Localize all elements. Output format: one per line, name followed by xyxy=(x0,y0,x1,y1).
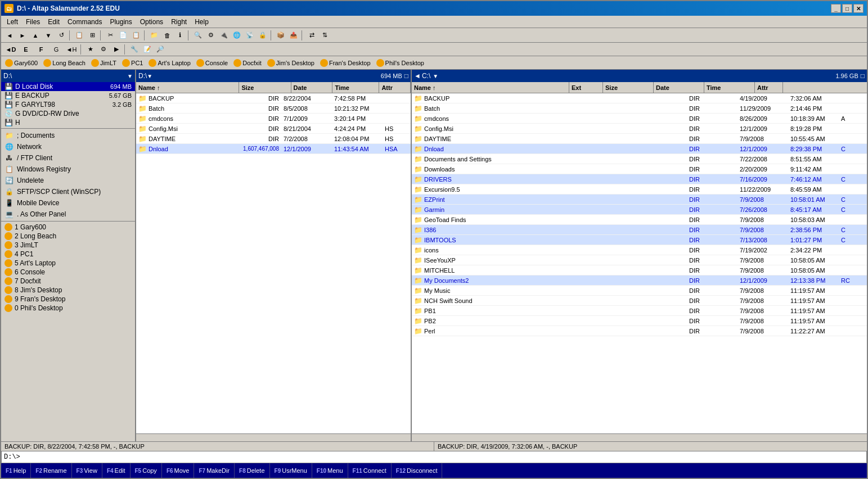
bookmark-9[interactable]: 9 Fran's Desktop xyxy=(1,295,135,304)
tb-cut[interactable]: ✂ xyxy=(104,30,116,41)
hotbar-jimlt[interactable]: JimLT xyxy=(89,58,118,67)
left-col-attr[interactable]: Attr xyxy=(379,82,411,93)
table-row[interactable]: 📁BACKUP DIR 8/22/2004 7:42:58 PM xyxy=(136,93,411,103)
table-row[interactable]: 📁PB2 DIR 7/9/2008 11:19:57 AM xyxy=(412,316,867,326)
hotbar-fransdesktop[interactable]: Fran's Desktop xyxy=(318,58,372,67)
bookmark-1[interactable]: 1 Gary600 xyxy=(1,223,135,232)
table-row[interactable]: 📁Config.Msi DIR 12/1/2009 8:19:28 PM xyxy=(412,124,867,134)
hotbar-console[interactable]: Console xyxy=(195,58,230,67)
table-row[interactable]: 📁DAYTIME DIR 7/9/2008 10:55:45 AM xyxy=(412,134,867,144)
table-row[interactable]: 📁Config.Msi DIR 8/21/2004 4:24:24 PM HS xyxy=(136,124,411,134)
table-row[interactable]: 📁GeoToad Finds DIR 7/9/2008 10:58:03 AM xyxy=(412,215,867,225)
special-otherpanel[interactable]: 💻 . As Other Panel xyxy=(1,209,135,220)
table-row[interactable]: 📁My Music DIR 7/9/2008 11:19:57 AM xyxy=(412,286,867,296)
right-col-size[interactable]: Size xyxy=(603,82,654,93)
special-undelete[interactable]: 🔄 Undelete xyxy=(1,175,135,186)
hotbar-philsdesktop[interactable]: Phil's Desktop xyxy=(375,58,426,67)
tb-copy[interactable]: 📄 xyxy=(117,30,129,41)
drive-h[interactable]: 💾 H xyxy=(1,118,135,127)
menu-files[interactable]: Files xyxy=(23,17,43,27)
special-documents[interactable]: 📁 ; Documents xyxy=(1,130,135,141)
table-row[interactable]: 📁IBMTOOLS DIR 7/13/2008 1:01:27 PM C xyxy=(412,235,867,245)
tb-ftp[interactable]: 📡 xyxy=(244,30,256,41)
table-row[interactable]: 📁Perl DIR 7/9/2008 11:22:27 AM xyxy=(412,326,867,336)
right-col-name[interactable]: Name ↑ xyxy=(412,82,569,93)
tb-delete[interactable]: 🗑 xyxy=(161,30,173,41)
tb-new[interactable]: 📁 xyxy=(148,30,160,41)
f3-view[interactable]: F3 View xyxy=(72,463,102,478)
menu-plugins[interactable]: Plugins xyxy=(106,17,135,27)
tb2-g[interactable]: G xyxy=(49,44,64,55)
right-col-time[interactable]: Time xyxy=(704,82,755,93)
tb-up[interactable]: ▲ xyxy=(29,30,42,41)
bookmark-6[interactable]: 6 Console xyxy=(1,268,135,277)
table-row[interactable]: 📁Downloads DIR 2/20/2009 9:11:42 AM xyxy=(412,164,867,174)
tb2-h[interactable]: ◄H xyxy=(64,44,79,55)
tb-ssh[interactable]: 🔒 xyxy=(257,30,269,41)
cmd-input[interactable] xyxy=(20,453,864,461)
right-col-date[interactable]: Date xyxy=(654,82,704,93)
tb2-extra1[interactable]: 🔧 xyxy=(128,44,141,55)
table-row[interactable]: 📁cmdcons DIR 8/26/2009 10:18:39 AM A xyxy=(412,114,867,124)
table-row[interactable]: 📁Batch DIR 8/5/2008 10:21:32 PM xyxy=(136,103,411,114)
table-row[interactable]: 📁ISeeYouXP DIR 7/9/2008 10:58:05 AM xyxy=(412,255,867,265)
tb-network[interactable]: 🌐 xyxy=(231,30,243,41)
bookmark-2[interactable]: 2 Long Beach xyxy=(1,232,135,241)
bookmark-0[interactable]: 0 Phil's Desktop xyxy=(1,304,135,313)
table-row[interactable]: 📁DRIVERS DIR 7/16/2009 7:46:12 AM C xyxy=(412,174,867,184)
tb2-bookmark[interactable]: ★ xyxy=(84,44,97,55)
tb2-f[interactable]: F xyxy=(34,44,48,55)
f12-disconnect[interactable]: F12 Disconnect xyxy=(392,463,443,478)
menu-right[interactable]: Right xyxy=(168,17,190,27)
left-col-date[interactable]: Date xyxy=(291,82,333,93)
table-row[interactable]: 📁NCH Swift Sound DIR 7/9/2008 11:19:57 A… xyxy=(412,296,867,306)
f5-copy[interactable]: F5 Copy xyxy=(131,463,162,478)
tb-refresh[interactable]: ↺ xyxy=(55,30,68,41)
right-col-ext[interactable]: Ext xyxy=(569,82,603,93)
tb-connect[interactable]: 🔌 xyxy=(218,30,230,41)
tb2-terminal[interactable]: ▶ xyxy=(110,44,123,55)
table-row[interactable]: 📁I386 DIR 7/9/2008 2:38:56 PM C xyxy=(412,225,867,235)
left-col-size[interactable]: Size xyxy=(239,82,291,93)
f10-menu[interactable]: F10 Menu xyxy=(312,463,348,478)
tb-extract[interactable]: 📤 xyxy=(287,30,300,41)
tb-settings[interactable]: ⚙ xyxy=(205,30,217,41)
menu-edit[interactable]: Edit xyxy=(44,17,63,27)
tb-sync[interactable]: ⇅ xyxy=(318,30,331,41)
left-scrollbar-h[interactable] xyxy=(136,433,411,441)
tb2-e[interactable]: E xyxy=(19,44,33,55)
f11-connect[interactable]: F11 Connect xyxy=(348,463,392,478)
tb-paste[interactable]: 📋 xyxy=(130,30,142,41)
special-sftp[interactable]: 🔒 SFTP/SCP Client (WinSCP) xyxy=(1,186,135,197)
tb-dropdown[interactable]: ▼ xyxy=(42,30,55,41)
f1-help[interactable]: F1 Help xyxy=(1,463,31,478)
bookmark-5[interactable]: 5 Art's Laptop xyxy=(1,259,135,268)
tb2-opts[interactable]: ⚙ xyxy=(97,44,110,55)
special-network[interactable]: 🌐 Network xyxy=(1,141,135,152)
table-row[interactable]: 📁icons DIR 7/19/2002 2:34:22 PM xyxy=(412,245,867,255)
left-file-header[interactable]: D:\ ▼ 694 MB □ xyxy=(136,70,411,82)
tb-compare[interactable]: ⇄ xyxy=(305,30,318,41)
hotbar-docfxit[interactable]: Docfxit xyxy=(232,58,263,67)
hotbar-artslaptop[interactable]: Art's Laptop xyxy=(147,58,192,67)
close-button[interactable]: ✕ xyxy=(853,4,863,13)
menu-help[interactable]: Help xyxy=(191,17,212,27)
table-row[interactable]: 📁My Documents2 DIR 12/1/2009 12:13:38 PM… xyxy=(412,275,867,286)
table-row[interactable]: 📁Dnload 1,607,467,008 12/1/2009 11:43:54… xyxy=(136,144,411,154)
special-ftp[interactable]: 🖧 / FTP Client xyxy=(1,152,135,164)
table-row[interactable]: 📁Documents and Settings DIR 7/22/2008 8:… xyxy=(412,154,867,164)
tb2-extra3[interactable]: 🔎 xyxy=(154,44,167,55)
drive-e[interactable]: 💾 E BACKUP 5.67 GB xyxy=(1,91,135,100)
bookmark-3[interactable]: 3 JimLT xyxy=(1,241,135,250)
left-col-name[interactable]: Name ↑ xyxy=(136,82,239,93)
drive-g[interactable]: 💿 G DVD/CD-RW Drive xyxy=(1,109,135,118)
table-row[interactable]: 📁MITCHELL DIR 7/9/2008 10:58:05 AM xyxy=(412,265,867,275)
special-mobile[interactable]: 📱 Mobile Device xyxy=(1,197,135,209)
table-row[interactable]: 📁Batch DIR 11/29/2009 2:14:46 PM xyxy=(412,103,867,114)
drive-f[interactable]: 💾 F GARYLT98 3.2 GB xyxy=(1,100,135,109)
table-row[interactable]: 📁BACKUP DIR 4/19/2009 7:32:06 AM xyxy=(412,93,867,103)
table-row[interactable]: 📁Excursion9.5 DIR 11/22/2009 8:45:59 AM xyxy=(412,184,867,195)
hotbar-gary600[interactable]: Gary600 xyxy=(3,58,39,67)
maximize-button[interactable]: □ xyxy=(842,4,852,13)
menu-left[interactable]: Left xyxy=(3,17,21,27)
